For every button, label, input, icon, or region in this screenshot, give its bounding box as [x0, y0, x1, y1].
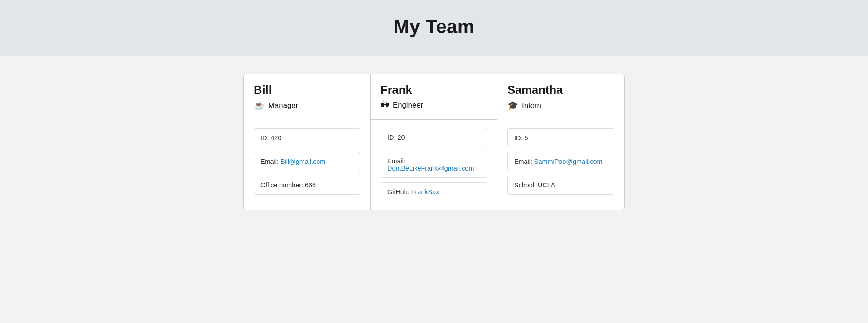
card-header-samantha: Samantha🎓Intern [497, 74, 624, 120]
role-text-frank: Engineer [393, 101, 423, 110]
email-link-bill[interactable]: Bill@gmail.com [280, 158, 325, 165]
detail-item: Office number: 666 [254, 176, 360, 195]
detail-item: Email: DontBeLikeFrank@gmail.com [381, 152, 487, 178]
detail-item: School: UCLA [507, 176, 614, 195]
detail-item: Email: Bill@gmail.com [254, 152, 360, 171]
card-role-samantha: 🎓Intern [507, 100, 614, 111]
detail-item: Email: SammiPoo@gmail.com [507, 152, 614, 171]
team-card-frank: Frank🕶EngineerID: 20Email: DontBeLikeFra… [371, 74, 497, 210]
card-details-frank: ID: 20Email: DontBeLikeFrank@gmail.comGi… [371, 120, 497, 210]
card-name-frank: Frank [381, 83, 487, 97]
role-text-bill: Manager [268, 101, 298, 110]
team-card-bill: Bill☕ManagerID: 420Email: Bill@gmail.com… [244, 74, 371, 210]
role-text-samantha: Intern [522, 101, 541, 110]
page-header: My Team [0, 0, 868, 56]
card-role-frank: 🕶Engineer [381, 100, 487, 110]
card-role-bill: ☕Manager [254, 100, 360, 111]
page-title: My Team [0, 16, 868, 38]
card-details-samantha: ID: 5Email: SammiPoo@gmail.comSchool: UC… [497, 120, 624, 203]
team-cards-container: Bill☕ManagerID: 420Email: Bill@gmail.com… [243, 74, 625, 210]
email-link-frank[interactable]: DontBeLikeFrank@gmail.com [387, 165, 474, 172]
detail-item: ID: 20 [381, 128, 487, 147]
card-name-samantha: Samantha [507, 83, 614, 97]
detail-item: GitHub: FrankSux [381, 182, 487, 201]
team-card-samantha: Samantha🎓InternID: 5Email: SammiPoo@gmai… [497, 74, 624, 210]
card-name-bill: Bill [254, 83, 360, 97]
main-content: Bill☕ManagerID: 420Email: Bill@gmail.com… [0, 56, 868, 237]
email-link-samantha[interactable]: SammiPoo@gmail.com [534, 158, 603, 165]
card-header-frank: Frank🕶Engineer [371, 74, 497, 120]
card-header-bill: Bill☕Manager [244, 74, 370, 120]
role-icon-frank: 🕶 [381, 100, 389, 110]
detail-item: ID: 5 [507, 128, 614, 147]
detail-item: ID: 420 [254, 128, 360, 147]
role-icon-samantha: 🎓 [507, 100, 518, 111]
github-link-frank[interactable]: FrankSux [411, 188, 439, 196]
card-details-bill: ID: 420Email: Bill@gmail.comOffice numbe… [244, 120, 370, 203]
role-icon-bill: ☕ [254, 100, 265, 111]
